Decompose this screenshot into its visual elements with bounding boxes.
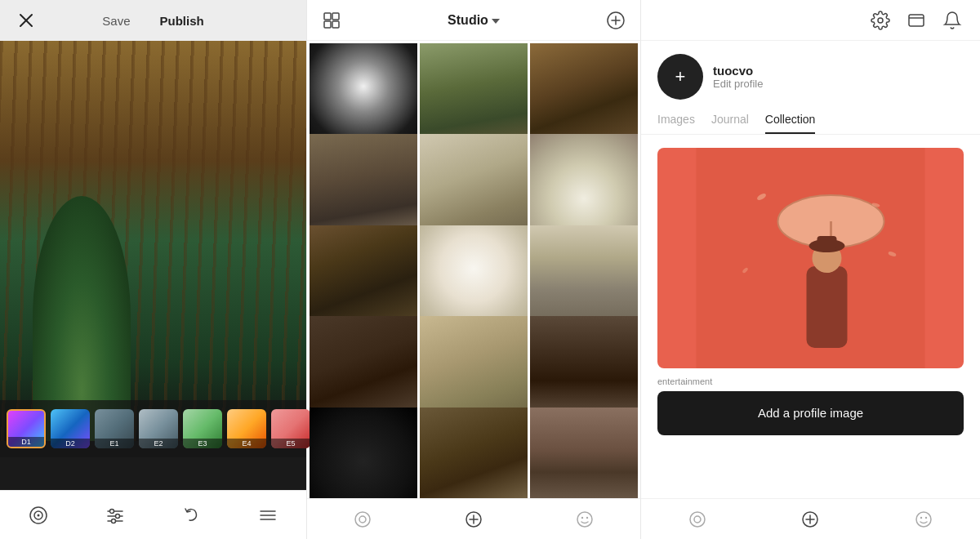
main-image	[0, 41, 306, 441]
add-profile-text: Add a profile image	[758, 406, 863, 420]
undo-icon[interactable]	[180, 504, 203, 527]
profile-info: tuocvo Edit profile	[713, 64, 763, 90]
left-header: Save Publish	[0, 0, 306, 41]
right-panel: + tuocvo Edit profile Images Journal Col…	[641, 0, 980, 539]
avatar[interactable]: +	[657, 54, 703, 100]
add-photo-button[interactable]	[604, 9, 627, 32]
svg-rect-14	[324, 13, 331, 20]
close-button[interactable]	[15, 9, 38, 32]
svg-point-50	[920, 516, 922, 518]
svg-point-51	[925, 516, 927, 518]
filter-d2[interactable]: D2	[51, 409, 90, 448]
middle-filter-icon[interactable]	[351, 508, 374, 531]
collection-image	[657, 148, 964, 368]
svg-point-27	[581, 516, 583, 518]
tab-images[interactable]: Images	[657, 113, 695, 134]
window-icon[interactable]	[905, 9, 928, 32]
svg-point-28	[586, 516, 588, 518]
svg-point-26	[577, 512, 592, 527]
settings-icon[interactable]	[869, 9, 892, 32]
filter-d1[interactable]: D1	[7, 409, 46, 448]
left-header-actions: Save Publish	[99, 11, 207, 31]
svg-rect-39	[817, 236, 837, 247]
right-content: entertainment Add a profile image	[641, 135, 980, 498]
edit-profile-link[interactable]: Edit profile	[713, 78, 763, 90]
tab-journal[interactable]: Journal	[711, 113, 749, 134]
filter-e4[interactable]: E4	[227, 409, 266, 448]
svg-point-4	[37, 514, 39, 516]
notification-icon[interactable]	[941, 9, 964, 32]
photo-grid	[307, 41, 640, 498]
filter-e5[interactable]: E5	[271, 409, 310, 448]
svg-point-21	[355, 512, 370, 527]
middle-add-icon[interactable]	[462, 508, 485, 531]
right-emoji-icon[interactable]	[912, 508, 935, 531]
collection-tag: entertainment	[657, 376, 964, 386]
svg-rect-17	[332, 21, 339, 28]
studio-title-section: Studio	[448, 13, 500, 28]
collection-illustration	[657, 148, 964, 368]
studio-title: Studio	[448, 13, 488, 28]
profile-section: + tuocvo Edit profile	[641, 41, 980, 106]
middle-bottom-bar	[307, 498, 640, 539]
chevron-down-icon[interactable]	[492, 19, 500, 24]
profile-username: tuocvo	[713, 64, 763, 78]
tab-collection[interactable]: Collection	[765, 113, 815, 134]
middle-panel: Studio	[306, 0, 641, 539]
left-panel: Save Publish D1 D2 E1 E2 E3 E4 E5	[0, 0, 306, 539]
svg-rect-30	[909, 15, 924, 26]
filter-e2[interactable]: E2	[139, 409, 178, 448]
middle-emoji-icon[interactable]	[573, 508, 596, 531]
right-bottom-bar	[641, 498, 980, 539]
right-header-icons	[869, 9, 964, 32]
svg-point-22	[359, 516, 366, 523]
filter-strip: D1 D2 E1 E2 E3 E4 E5	[0, 400, 306, 457]
photo-cell-15[interactable]	[530, 408, 638, 498]
effects-icon[interactable]	[27, 504, 50, 527]
add-profile-banner[interactable]: Add a profile image	[657, 391, 964, 435]
avatar-plus-icon: +	[675, 66, 686, 87]
photo-cell-13[interactable]	[310, 408, 417, 498]
right-add-icon[interactable]	[799, 508, 822, 531]
svg-point-10	[111, 519, 115, 523]
filter-e3[interactable]: E3	[183, 409, 222, 448]
menu-icon[interactable]	[256, 504, 279, 527]
adjust-icon[interactable]	[104, 504, 127, 527]
left-bottom-bar	[0, 490, 306, 539]
svg-point-8	[109, 509, 114, 513]
grid-view-icon[interactable]	[320, 9, 343, 32]
svg-rect-16	[324, 21, 331, 28]
filter-e1[interactable]: E1	[95, 409, 134, 448]
middle-header: Studio	[307, 0, 640, 41]
publish-button[interactable]: Publish	[157, 11, 207, 31]
svg-point-49	[916, 512, 931, 527]
photo-cell-14[interactable]	[420, 408, 528, 498]
right-filter-icon[interactable]	[686, 508, 709, 531]
svg-rect-36	[807, 266, 848, 348]
svg-point-45	[694, 516, 701, 523]
svg-point-44	[690, 512, 705, 527]
svg-rect-15	[332, 13, 339, 20]
save-button[interactable]: Save	[99, 11, 133, 31]
svg-point-9	[115, 514, 119, 518]
svg-point-29	[878, 18, 883, 23]
right-header	[641, 0, 980, 41]
profile-tabs: Images Journal Collection	[641, 106, 980, 135]
